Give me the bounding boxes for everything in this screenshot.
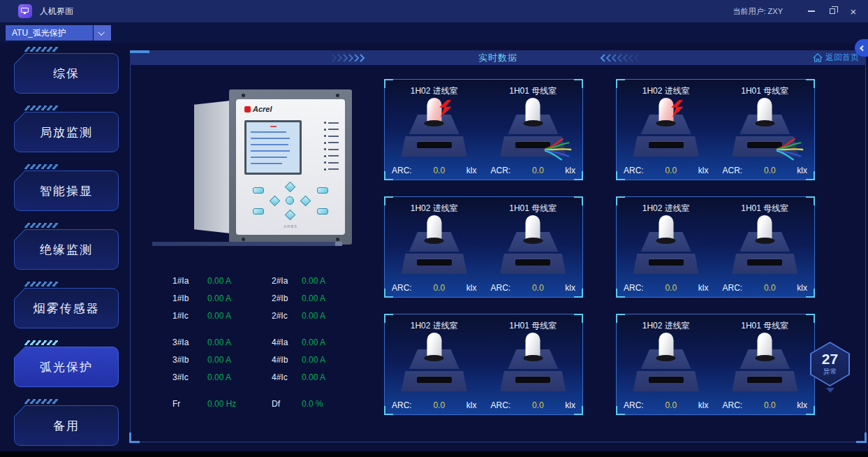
measurement-label: 2#Ic (267, 307, 302, 325)
sidebar-button-5[interactable]: 烟雾传感器 (14, 288, 119, 328)
sensor-unit: klx (797, 283, 807, 293)
measurement-label: Fr (168, 396, 207, 413)
sidebar-button-3[interactable]: 智能操显 (14, 171, 119, 211)
title-bar: 人机界面 当前用户: ZXY × (0, 0, 868, 22)
sidebar-button-2[interactable]: 局放监测 (14, 112, 119, 152)
sensor-readout: ARC:0.0klx (617, 400, 716, 410)
stripes-icon (24, 399, 59, 404)
sensor-unit: klx (797, 166, 807, 175)
alarm-count: 27 (822, 351, 838, 367)
close-button[interactable]: × (843, 0, 864, 22)
arc-sensor: 1H02 进线室ARC:0.0klx (385, 197, 484, 297)
measurement-label: 4#Ia (267, 334, 302, 351)
device-selector-arrow[interactable] (94, 25, 111, 41)
measurement-value: 0.00 A (302, 307, 365, 325)
measurement-value: 0.0 % (302, 396, 365, 413)
shelf-divider (152, 242, 342, 246)
sidebar-item-5: 烟雾传感器 (14, 282, 119, 328)
alarm-count-badge[interactable]: 27 异常 (810, 342, 850, 393)
sensor-value-label: ARC: (723, 400, 743, 410)
measurement-value: 0.00 A (207, 307, 267, 325)
sensor-value-label: ARC: (392, 283, 412, 293)
sensor-value: 0.0 (532, 400, 544, 410)
sensor-value-label: ARC: (624, 400, 644, 410)
sensor-dome-icon (758, 333, 772, 359)
sidebar-item-4: 绝缘监测 (14, 223, 119, 270)
sidebar-button-4[interactable]: 绝缘监测 (14, 229, 119, 270)
sensor-dome-icon (427, 215, 441, 242)
minimize-button[interactable] (801, 0, 822, 22)
sidebar-item-1: 综保 (14, 47, 119, 94)
led-indicator (324, 142, 339, 144)
device-selector-dropdown[interactable]: ATU_弧光保护 (6, 25, 111, 41)
sensor-value: 0.0 (433, 166, 445, 175)
sidebar: 综保局放监测智能操显绝缘监测烟雾传感器弧光保护备用 (0, 43, 128, 451)
sensor-value-label: ARC: (491, 283, 511, 293)
sensor-location-label: 1H01 母线室 (484, 85, 583, 97)
sensor-readout: ARC:0.0klx (716, 283, 815, 293)
sensor-value: 0.0 (433, 400, 445, 410)
restore-icon (830, 8, 835, 14)
arc-sensor: 1H02 进线室ARC:0.0klx (617, 314, 716, 414)
sensor-location-label: 1H02 进线室 (617, 320, 716, 332)
sidebar-item-2: 局放监测 (14, 106, 119, 152)
page-title: 实时数据 (130, 52, 866, 64)
sensor-value-label: ACR: (723, 166, 743, 175)
window-title: 人机界面 (40, 6, 73, 17)
sensor-value: 0.0 (764, 166, 776, 175)
sensor-panel-1: 1H02 进线室ARC:0.0klx1H01 母线室ACR:0.0klx (384, 79, 583, 180)
sensor-graphic (385, 215, 484, 277)
sensor-location-label: 1H01 母线室 (716, 85, 815, 97)
measurement-value: 0.00 A (207, 351, 267, 369)
sidebar-button-7[interactable]: 备用 (14, 405, 119, 446)
led-indicator (324, 161, 339, 164)
sensor-value-label: ACR: (491, 166, 511, 175)
sensor-readout: ARC:0.0klx (385, 166, 484, 175)
sensor-location-label: 1H02 进线室 (385, 203, 484, 215)
measurements-block: 1#Ia0.00 A2#Ia0.00 A1#Ib0.00 A2#Ib0.00 A… (168, 273, 365, 422)
sensor-dome-icon (758, 215, 772, 242)
sensor-value-label: ARC: (624, 283, 644, 293)
monitor-icon (21, 8, 29, 13)
measurement-value: 0.00 A (302, 369, 365, 386)
sensor-readout: ACR:0.0klx (484, 166, 583, 175)
home-icon (813, 53, 823, 62)
sensor-readout: ARC:0.0klx (716, 400, 815, 410)
led-indicator (324, 148, 339, 150)
collapse-tab[interactable] (855, 39, 868, 57)
device-selector-value[interactable]: ATU_弧光保护 (6, 25, 93, 41)
return-home-link[interactable]: 返回首页 (813, 52, 859, 64)
measurement-value: 0.00 A (302, 290, 365, 307)
arc-sensor: 1H01 母线室ARC:0.0klx (484, 197, 583, 297)
sensor-location-label: 1H02 进线室 (617, 85, 716, 97)
protection-relay-image: Acrel (194, 89, 365, 250)
sensor-location-label: 1H01 母线室 (484, 320, 583, 332)
maximize-button[interactable] (822, 0, 843, 22)
arc-sensor: 1H02 进线室ARC:0.0klx (385, 80, 484, 180)
sensor-graphic (617, 215, 716, 277)
sensor-value: 0.0 (532, 166, 544, 175)
arc-flash-icon (438, 99, 453, 118)
sensor-panel-2: 1H02 进线室ARC:0.0klx1H01 母线室ACR:0.0klx (616, 79, 815, 180)
measurement-group: Fr0.00 HzDf0.0 % (168, 396, 365, 413)
arc-sensor: 1H01 母线室ACR:0.0klx (716, 80, 815, 180)
sensor-value: 0.0 (665, 400, 677, 410)
toolbar: ATU_弧光保护 (0, 22, 868, 43)
sensor-value: 0.0 (665, 283, 677, 293)
minimize-icon (808, 10, 815, 12)
sidebar-button-label: 备用 (53, 419, 80, 433)
sidebar-button-label: 弧光保护 (40, 361, 93, 374)
sidebar-button-1[interactable]: 综保 (14, 53, 119, 94)
sensor-readout: ARC:0.0klx (484, 400, 583, 410)
measurement-label: 3#Ia (168, 334, 207, 351)
sidebar-button-6[interactable]: 弧光保护 (14, 347, 119, 387)
sensor-readout: ARC:0.0klx (385, 283, 484, 293)
sensor-graphic (385, 98, 484, 159)
sensor-dome-icon (526, 215, 540, 242)
led-indicator (324, 155, 339, 157)
sensor-panel-4: 1H02 进线室ARC:0.0klx1H01 母线室ARC:0.0klx (616, 196, 815, 298)
hexagon-badge-icon: 27 异常 (810, 342, 850, 386)
current-user-label: 当前用户: ZXY (733, 6, 783, 17)
sensor-value: 0.0 (764, 400, 776, 410)
arc-sensor: 1H01 母线室ACR:0.0klx (484, 80, 583, 180)
